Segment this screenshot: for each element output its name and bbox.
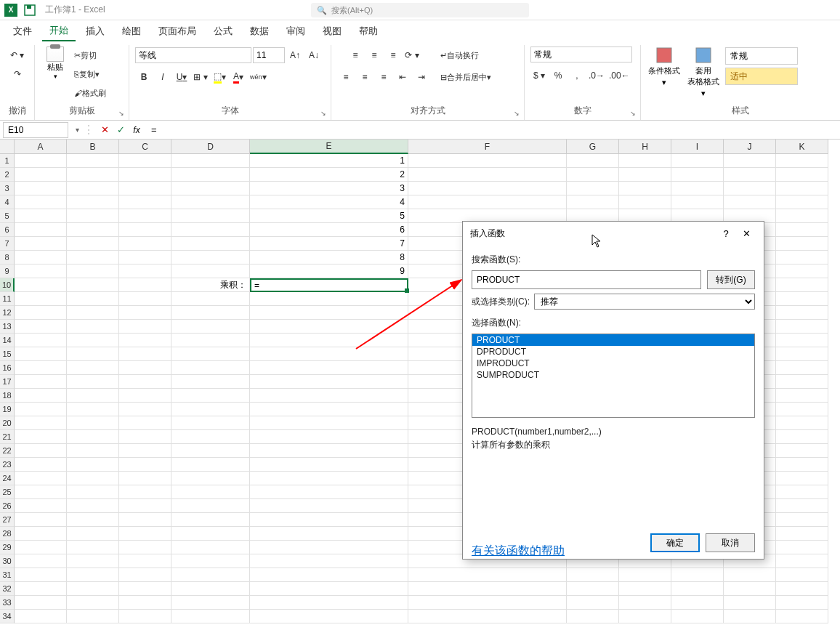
cell-B7[interactable] (67, 237, 119, 251)
decrease-indent-button[interactable]: ⇤ (394, 68, 411, 86)
ok-button[interactable]: 确定 (650, 533, 700, 552)
cell-E27[interactable] (250, 513, 408, 527)
cell-E20[interactable] (250, 416, 408, 430)
col-header-C[interactable]: C (119, 140, 171, 154)
cell-C31[interactable] (119, 568, 171, 582)
align-right-button[interactable]: ≡ (375, 68, 392, 86)
cell-D10[interactable]: 乘积： (171, 278, 250, 292)
cell-B14[interactable] (67, 334, 119, 347)
cell-K29[interactable] (776, 541, 828, 554)
cell-D27[interactable] (171, 513, 250, 527)
cell-C25[interactable] (119, 485, 171, 499)
cell-C14[interactable] (119, 334, 171, 347)
cell-C27[interactable] (119, 513, 171, 527)
cell-A30[interactable] (15, 554, 67, 568)
align-dialog-launcher[interactable]: ↘ (514, 110, 522, 118)
cell-H2[interactable] (619, 168, 671, 182)
cell-D8[interactable] (171, 251, 250, 264)
cell-A10[interactable] (15, 278, 67, 292)
cell-C8[interactable] (119, 251, 171, 264)
cell-F2[interactable] (408, 168, 567, 182)
save-icon[interactable] (23, 4, 36, 17)
row-header-21[interactable]: 21 (0, 430, 15, 444)
cell-E34[interactable] (250, 610, 408, 623)
row-header-24[interactable]: 24 (0, 472, 15, 485)
row-header-15[interactable]: 15 (0, 347, 15, 361)
function-list[interactable]: PRODUCTDPRODUCTIMPRODUCTSUMPRODUCT (472, 334, 755, 418)
formula-cancel-button[interactable]: ✕ (97, 123, 112, 137)
cell-E29[interactable] (250, 541, 408, 554)
col-header-H[interactable]: H (619, 140, 671, 154)
col-header-A[interactable]: A (15, 140, 67, 154)
cell-E15[interactable] (250, 347, 408, 361)
go-button[interactable]: 转到(G) (707, 270, 755, 289)
col-header-G[interactable]: G (567, 140, 619, 154)
conditional-format-button[interactable]: 条件格式▾ (647, 47, 682, 87)
tab-公式[interactable]: 公式 (206, 22, 240, 41)
cancel-button[interactable]: 取消 (706, 533, 755, 552)
cell-D17[interactable] (171, 375, 250, 389)
cell-B9[interactable] (67, 264, 119, 278)
cell-G3[interactable] (567, 182, 619, 195)
font-dialog-launcher[interactable]: ↘ (320, 110, 329, 118)
cell-K8[interactable] (776, 251, 828, 264)
font-size-select[interactable] (253, 47, 285, 63)
cell-C15[interactable] (119, 347, 171, 361)
cell-B30[interactable] (67, 554, 119, 568)
cell-D32[interactable] (171, 582, 250, 596)
cell-B29[interactable] (67, 541, 119, 554)
cell-B17[interactable] (67, 375, 119, 389)
cell-C1[interactable] (119, 154, 171, 168)
cell-B2[interactable] (67, 168, 119, 182)
cell-K17[interactable] (776, 375, 828, 389)
cell-A27[interactable] (15, 513, 67, 527)
cell-A2[interactable] (15, 168, 67, 182)
cell-K32[interactable] (776, 582, 828, 596)
cell-D29[interactable] (171, 541, 250, 554)
cell-K15[interactable] (776, 347, 828, 361)
cell-E9[interactable]: 9 (250, 264, 408, 278)
cell-C11[interactable] (119, 292, 171, 306)
cell-C26[interactable] (119, 499, 171, 513)
cell-D14[interactable] (171, 334, 250, 347)
cell-C13[interactable] (119, 320, 171, 334)
cell-C18[interactable] (119, 389, 171, 403)
cell-I3[interactable] (671, 182, 724, 195)
select-all-corner[interactable] (0, 140, 15, 154)
cell-C3[interactable] (119, 182, 171, 195)
cell-I31[interactable] (671, 568, 724, 582)
col-header-E[interactable]: E (250, 140, 408, 154)
cell-J34[interactable] (724, 610, 776, 623)
cell-E17[interactable] (250, 375, 408, 389)
cell-C22[interactable] (119, 444, 171, 458)
cell-B34[interactable] (67, 610, 119, 623)
col-header-I[interactable]: I (671, 140, 724, 154)
tab-插入[interactable]: 插入 (78, 22, 112, 41)
cell-F34[interactable] (408, 610, 567, 623)
cell-A8[interactable] (15, 251, 67, 264)
cell-K24[interactable] (776, 472, 828, 485)
cell-A26[interactable] (15, 499, 67, 513)
cell-H34[interactable] (619, 610, 671, 623)
cell-B5[interactable] (67, 209, 119, 223)
cell-D30[interactable] (171, 554, 250, 568)
cell-B6[interactable] (67, 223, 119, 237)
cell-B27[interactable] (67, 513, 119, 527)
cell-K21[interactable] (776, 430, 828, 444)
cell-A28[interactable] (15, 527, 67, 541)
cell-E16[interactable] (250, 361, 408, 375)
col-header-F[interactable]: F (408, 140, 567, 154)
cell-C33[interactable] (119, 596, 171, 610)
category-select[interactable]: 推荐 (534, 294, 755, 310)
cell-K19[interactable] (776, 403, 828, 416)
cell-B33[interactable] (67, 596, 119, 610)
cell-E2[interactable]: 2 (250, 168, 408, 182)
cell-J1[interactable] (724, 154, 776, 168)
row-header-2[interactable]: 2 (0, 168, 15, 182)
row-header-16[interactable]: 16 (0, 361, 15, 375)
cell-K11[interactable] (776, 292, 828, 306)
cell-A31[interactable] (15, 568, 67, 582)
tab-绘图[interactable]: 绘图 (115, 22, 148, 41)
cell-G4[interactable] (567, 195, 619, 209)
row-header-29[interactable]: 29 (0, 541, 15, 554)
